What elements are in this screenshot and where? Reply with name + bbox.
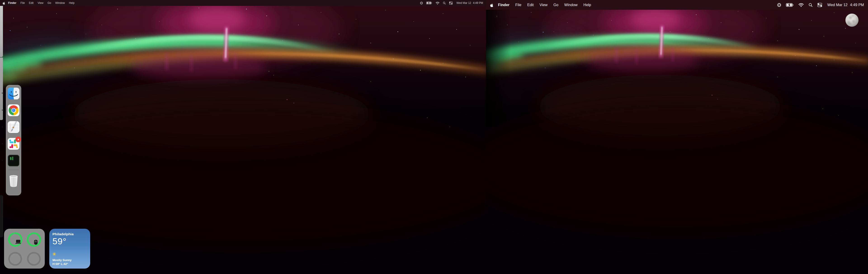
menu-go[interactable]: Go <box>550 3 561 7</box>
moon <box>845 13 859 27</box>
menu-app-name[interactable]: Finder <box>6 1 19 4</box>
dock-icon-notes[interactable] <box>8 121 20 133</box>
sunburst-menu-icon[interactable] <box>420 2 423 4</box>
dock-icon-chrome[interactable] <box>8 104 20 116</box>
dock-icon-trash[interactable] <box>8 174 20 188</box>
menu-date: Wed Mar 12 <box>827 3 848 7</box>
dock-icon-slack[interactable] <box>8 138 20 150</box>
weather-city: Philadelphia <box>53 232 87 236</box>
menu-bar-right: Finder File Edit View Go Window Help Wed… <box>486 0 868 10</box>
terminal-prompt: $ <box>10 156 12 161</box>
menu-help[interactable]: Help <box>581 3 594 7</box>
battery-ring-mouse <box>26 232 42 247</box>
dock: $ <box>6 85 21 195</box>
apple-menu-icon[interactable] <box>2 1 5 4</box>
sun-icon <box>53 252 87 257</box>
weather-widget[interactable]: Philadelphia 59° Mostly Sunny H:59° L:42… <box>49 229 90 269</box>
spotlight-search-icon[interactable] <box>809 3 813 7</box>
dock-icon-finder[interactable] <box>8 88 20 100</box>
control-center-icon[interactable] <box>449 2 453 4</box>
menu-file[interactable]: File <box>18 1 27 4</box>
menu-clock[interactable]: Wed Mar 12 4:49 PM <box>827 3 864 7</box>
display-right: Finder File Edit View Go Window Help Wed… <box>486 0 868 274</box>
menu-edit[interactable]: Edit <box>524 3 536 7</box>
weather-temperature: 59° <box>53 237 87 246</box>
menu-view[interactable]: View <box>35 1 45 4</box>
background-window-edge-lower[interactable] <box>0 57 3 120</box>
menu-help[interactable]: Help <box>67 1 76 4</box>
background-dark-window-edge[interactable] <box>0 195 3 237</box>
menu-date: Wed Mar 12 <box>456 1 471 4</box>
battery-charging-icon[interactable] <box>786 3 794 7</box>
menu-go[interactable]: Go <box>45 1 53 4</box>
running-indicator-slack <box>2 143 3 144</box>
sunburst-menu-icon[interactable] <box>777 3 781 7</box>
menu-bar-left: Finder File Edit View Go Window Help Wed… <box>0 0 486 6</box>
menu-time: 4:49 PM <box>850 3 864 7</box>
menu-time: 4:49 PM <box>473 1 483 4</box>
battery-ring-empty-2 <box>26 251 42 267</box>
running-indicator-finder <box>2 92 3 93</box>
slack-notification-badge <box>16 137 21 142</box>
menu-app-name[interactable]: Finder <box>495 3 512 7</box>
terminal-cursor <box>12 157 13 160</box>
battery-ring-empty-1 <box>7 251 23 267</box>
wallpaper-aurora-right <box>486 0 868 274</box>
spotlight-search-icon[interactable] <box>443 2 446 4</box>
running-indicator-chrome <box>2 110 3 110</box>
running-indicator-notes <box>2 127 3 128</box>
wifi-icon[interactable] <box>798 3 804 7</box>
battery-charging-icon[interactable] <box>426 2 432 4</box>
running-indicator-terminal <box>2 160 3 161</box>
control-center-icon[interactable] <box>817 3 822 7</box>
battery-ring-laptop <box>7 232 23 247</box>
apple-menu-icon[interactable] <box>490 3 493 7</box>
menu-edit[interactable]: Edit <box>27 1 36 4</box>
display-left: Finder File Edit View Go Window Help Wed… <box>0 0 486 274</box>
weather-condition: Mostly Sunny <box>53 258 87 262</box>
menu-window[interactable]: Window <box>561 3 581 7</box>
menu-file[interactable]: File <box>513 3 524 7</box>
wifi-icon[interactable] <box>436 2 439 4</box>
background-window-edge[interactable] <box>0 6 3 57</box>
menu-clock[interactable]: Wed Mar 12 4:49 PM <box>456 1 483 4</box>
dock-separator <box>8 170 19 170</box>
dock-icon-terminal[interactable]: $ <box>8 155 20 166</box>
battery-widget[interactable] <box>4 229 45 269</box>
menu-view[interactable]: View <box>537 3 550 7</box>
weather-high-low: H:59° L:42° <box>53 262 87 266</box>
menu-window[interactable]: Window <box>53 1 67 4</box>
